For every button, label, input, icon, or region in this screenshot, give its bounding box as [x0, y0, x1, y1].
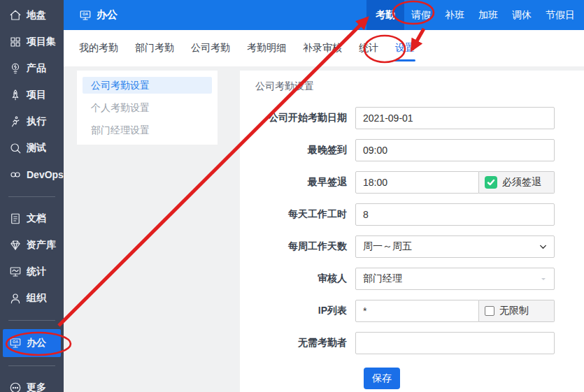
- exempt-input[interactable]: [355, 332, 555, 354]
- tab-my-attendance[interactable]: 我的考勤: [79, 42, 118, 55]
- start-date-label: 公司开始考勤日期: [255, 112, 355, 124]
- settings-menu: 公司考勤设置 个人考勤设置 部门经理设置: [77, 71, 218, 145]
- reviewer-select[interactable]: 部门经理: [355, 268, 555, 290]
- app-title: OA 办公: [64, 8, 117, 22]
- app-title-label: 办公: [97, 8, 117, 22]
- sidebar-item-label: 文档: [27, 212, 46, 225]
- sidebar-item-project[interactable]: 项目: [0, 82, 64, 108]
- topbar-item-overtime[interactable]: 加班: [471, 0, 505, 30]
- must-signout-addon: 必须签退: [479, 171, 555, 194]
- attendance-settings-form: 公司开始考勤日期 最晚签到 最早签退 必须签退 每天工作工时 每周工作天数: [255, 107, 584, 389]
- must-signout-checkbox[interactable]: [485, 176, 497, 189]
- sidebar-item-label: 统计: [27, 266, 46, 278]
- sidebar-item-org[interactable]: 组织: [0, 285, 64, 312]
- save-button[interactable]: 保存: [364, 368, 400, 389]
- topbar-menu: 考勤 请假 补班 加班 调休 节假日: [366, 0, 584, 30]
- person-icon: [9, 292, 22, 305]
- chevron-down-icon: [539, 242, 548, 252]
- settings-menu-company[interactable]: 公司考勤设置: [83, 77, 212, 94]
- company-attendance-settings-card: 公司考勤设置 公司开始考勤日期 最晚签到 最早签退 必须签退 每天工作工时: [240, 71, 584, 392]
- sidebar-item-label: 项目: [27, 89, 46, 101]
- bulb-icon: [9, 62, 22, 75]
- page-title: 公司考勤设置: [255, 80, 584, 93]
- sidebar-item-office[interactable]: OA 办公: [3, 329, 61, 357]
- exempt-label: 无需考勤者: [255, 337, 355, 349]
- settings-menu-personal[interactable]: 个人考勤设置: [83, 99, 212, 116]
- form-row: 最早签退 必须签退: [255, 171, 584, 194]
- work-days-select[interactable]: 周一～周五: [355, 235, 555, 258]
- sidebar-item-label: 执行: [27, 115, 46, 128]
- sidebar-item-label: 更多: [27, 382, 46, 392]
- sidebar-item-label: 地盘: [27, 9, 46, 22]
- sidebar-item-label: 组织: [27, 292, 46, 305]
- topbar-item-makeup-work[interactable]: 补班: [438, 0, 471, 30]
- tab-settings[interactable]: 设置: [395, 42, 415, 55]
- no-limit-label: 无限制: [499, 305, 529, 317]
- ip-list-label: IP列表: [255, 305, 355, 317]
- svg-text:OA: OA: [83, 12, 88, 16]
- reviewer-label: 审核人: [255, 273, 355, 285]
- form-row: IP列表 无限制: [255, 300, 584, 322]
- latest-signin-label: 最晚签到: [255, 144, 355, 157]
- work-days-value: 周一～周五: [363, 240, 412, 253]
- form-row: 最晚签到: [255, 139, 584, 161]
- gem-icon: [9, 239, 22, 252]
- sidebar-item-label: 项目集: [27, 36, 56, 48]
- tab-stats[interactable]: 统计: [359, 42, 378, 55]
- reviewer-value: 部门经理: [363, 273, 402, 285]
- sidebar-item-label: DevOps: [27, 169, 64, 180]
- tab-company-attendance[interactable]: 公司考勤: [191, 42, 230, 55]
- tab-dept-attendance[interactable]: 部门考勤: [135, 42, 174, 55]
- chart-monitor-icon: [9, 266, 22, 278]
- attendance-subnav: 我的考勤 部门考勤 公司考勤 考勤明细 补录审核 统计 设置: [64, 30, 584, 66]
- sidebar-item-label: 办公: [27, 337, 46, 349]
- sidebar-item-assets[interactable]: 资产库: [0, 232, 64, 259]
- topbar-item-leave[interactable]: 请假: [404, 0, 438, 30]
- sidebar-divider: [8, 365, 55, 366]
- oa-monitor-icon: OA: [79, 9, 92, 22]
- form-row: 每天工作工时: [255, 203, 584, 226]
- runner-icon: [9, 115, 22, 128]
- oa-monitor-icon: OA: [9, 337, 22, 349]
- settings-menu-dept-manager[interactable]: 部门经理设置: [83, 122, 212, 138]
- topbar-item-attendance[interactable]: 考勤: [366, 0, 404, 30]
- topbar-item-holiday[interactable]: 节假日: [539, 0, 582, 30]
- sidebar-item-label: 产品: [27, 62, 46, 75]
- tab-attendance-detail[interactable]: 考勤明细: [247, 42, 286, 55]
- sidebar-item-docs[interactable]: 文档: [0, 205, 64, 232]
- sidebar-item-product[interactable]: 产品: [0, 55, 64, 82]
- form-row: 无需考勤者: [255, 332, 584, 354]
- latest-signin-input[interactable]: [355, 139, 555, 161]
- work-days-label: 每周工作天数: [255, 240, 355, 253]
- sidebar-item-devops[interactable]: DevOps: [0, 161, 64, 188]
- tab-supplement-review[interactable]: 补录审核: [303, 42, 342, 55]
- sidebar-item-stats[interactable]: 统计: [0, 259, 64, 285]
- sidebar-item-testing[interactable]: 测试: [0, 135, 64, 161]
- ip-list-input[interactable]: [355, 300, 479, 322]
- sidebar-item-dashboard[interactable]: 地盘: [0, 2, 64, 29]
- earliest-signout-label: 最早签退: [255, 176, 355, 189]
- form-row: 公司开始考勤日期: [255, 107, 584, 129]
- form-row: 审核人 部门经理: [255, 268, 584, 290]
- sidebar-item-label: 资产库: [27, 239, 56, 252]
- grid-icon: [9, 36, 22, 48]
- main-sidebar: 地盘 项目集 产品 项目 执行 测试 DevOps 文档 资产库 统计 组织: [0, 0, 64, 392]
- document-icon: [9, 212, 22, 225]
- home-icon: [9, 9, 22, 22]
- earliest-signout-input[interactable]: [355, 171, 479, 194]
- sidebar-item-label: 测试: [27, 142, 46, 154]
- sidebar-item-program[interactable]: 项目集: [0, 29, 64, 55]
- work-hours-label: 每天工作工时: [255, 208, 355, 221]
- check-icon: [487, 178, 495, 187]
- sidebar-item-more[interactable]: 更多: [0, 375, 64, 392]
- form-row: 每周工作天数 周一～周五: [255, 235, 584, 258]
- no-limit-addon: 无限制: [479, 300, 555, 322]
- work-hours-input[interactable]: [355, 203, 555, 226]
- sidebar-item-execution[interactable]: 执行: [0, 108, 64, 135]
- topbar-item-lieu[interactable]: 调休: [505, 0, 539, 30]
- sidebar-divider: [8, 196, 55, 197]
- start-date-input[interactable]: [355, 107, 555, 129]
- topbar: OA 办公 考勤 请假 补班 加班 调休 节假日: [64, 0, 584, 30]
- rocket-icon: [9, 89, 22, 101]
- no-limit-checkbox[interactable]: [485, 306, 494, 316]
